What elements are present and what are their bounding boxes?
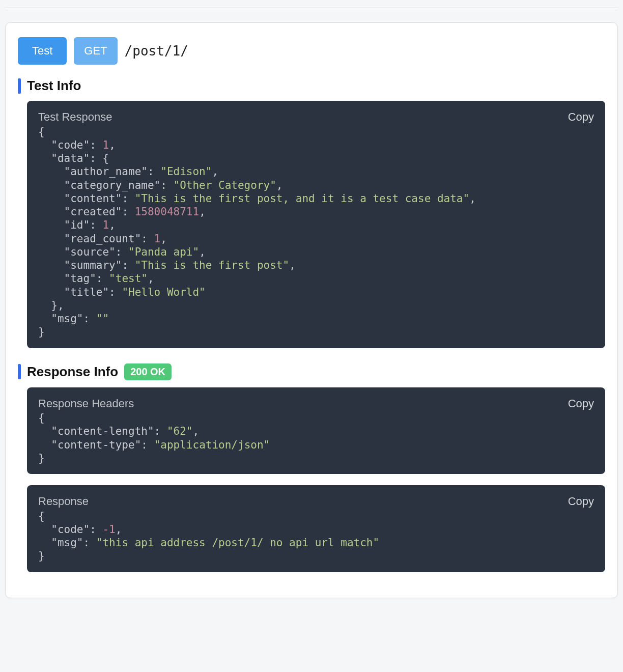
response-block: Response Copy { "code": -1, "msg": "this… — [27, 485, 605, 572]
section-header-response-info: Response Info 200 OK — [6, 359, 617, 387]
test-response-json: { "code": 1, "data": { "author_name": "E… — [38, 125, 594, 339]
section-bar-icon — [18, 78, 21, 94]
test-response-label: Test Response — [38, 110, 112, 124]
status-badge: 200 OK — [124, 363, 172, 380]
copy-button[interactable]: Copy — [568, 397, 594, 411]
response-json: { "code": -1, "msg": "this api address /… — [38, 510, 594, 563]
section-bar-icon — [18, 364, 21, 379]
header-row: Test GET /post/1/ — [6, 37, 617, 74]
test-info-title: Test Info — [27, 78, 81, 94]
request-path: /post/1/ — [125, 43, 188, 59]
response-headers-json: { "content-length": "62", "content-type"… — [38, 411, 594, 465]
test-button[interactable]: Test — [18, 37, 67, 65]
response-headers-block: Response Headers Copy { "content-length"… — [27, 387, 605, 474]
response-headers-label: Response Headers — [38, 397, 134, 411]
copy-button[interactable]: Copy — [568, 494, 594, 509]
copy-button[interactable]: Copy — [568, 110, 594, 124]
response-label: Response — [38, 494, 89, 509]
test-response-block: Test Response Copy { "code": 1, "data": … — [27, 101, 605, 348]
method-button[interactable]: GET — [74, 37, 117, 65]
response-info-title: Response Info — [27, 364, 118, 380]
api-test-card: Test GET /post/1/ Test Info Test Respons… — [5, 22, 618, 598]
section-header-test-info: Test Info — [6, 74, 617, 101]
top-divider — [5, 7, 618, 10]
